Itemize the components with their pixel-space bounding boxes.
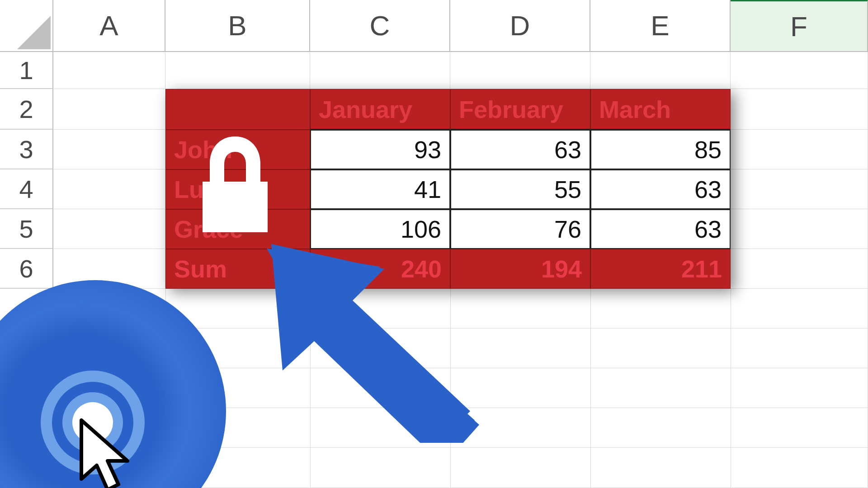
locked-cell-B6-sum-label[interactable]: Sum xyxy=(165,249,310,289)
gridline xyxy=(731,289,731,488)
select-all-corner[interactable] xyxy=(0,0,53,52)
row-header-1[interactable]: 1 xyxy=(0,52,53,89)
locked-cell-E6-sum[interactable]: 211 xyxy=(590,249,731,289)
cell-C1[interactable] xyxy=(310,52,450,89)
gridline xyxy=(450,289,451,488)
cell-C4[interactable]: 41 xyxy=(310,169,450,209)
spreadsheet-grid: A B C D E F 1 2 3 4 5 6 January February… xyxy=(0,0,868,488)
cell-C3[interactable]: 93 xyxy=(310,130,450,169)
cell-A5[interactable] xyxy=(53,209,165,249)
cell-A4[interactable] xyxy=(53,169,165,209)
cell-row7[interactable] xyxy=(53,289,868,328)
cell-D4[interactable]: 55 xyxy=(450,169,590,209)
cell-F2[interactable] xyxy=(731,89,868,130)
locked-cell-D2-february[interactable]: February xyxy=(450,89,590,130)
row-header-5[interactable]: 5 xyxy=(0,209,53,249)
cell-F1[interactable] xyxy=(731,52,868,89)
col-header-F[interactable]: F xyxy=(731,0,868,52)
cell-F6[interactable] xyxy=(731,249,868,289)
cell-row8[interactable] xyxy=(53,328,868,368)
row-header-2[interactable]: 2 xyxy=(0,89,53,130)
cell-E1[interactable] xyxy=(590,52,731,89)
cell-D1[interactable] xyxy=(450,52,590,89)
cell-E3[interactable]: 85 xyxy=(590,130,731,169)
locked-cell-D6-sum[interactable]: 194 xyxy=(450,249,590,289)
locked-cell-C6-sum[interactable]: 240 xyxy=(310,249,450,289)
col-header-C[interactable]: C xyxy=(310,0,450,52)
col-header-E[interactable]: E xyxy=(590,0,731,52)
gridline xyxy=(165,289,166,488)
gridline xyxy=(590,289,591,488)
locked-cell-B5-grace[interactable]: Grace xyxy=(165,209,310,249)
cell-F4[interactable] xyxy=(731,169,868,209)
locked-cell-E2-march[interactable]: March xyxy=(590,89,731,130)
locked-cell-B4-lucy[interactable]: Lucy xyxy=(165,169,310,209)
locked-cell-B2[interactable] xyxy=(165,89,310,130)
cell-A2[interactable] xyxy=(53,89,165,130)
col-header-D[interactable]: D xyxy=(450,0,590,52)
cell-E4[interactable]: 63 xyxy=(590,169,731,209)
cell-A6[interactable] xyxy=(53,249,165,289)
cell-E5[interactable]: 63 xyxy=(590,209,731,249)
cell-row11[interactable] xyxy=(53,448,868,488)
gridline xyxy=(310,289,311,488)
cell-row10[interactable] xyxy=(53,408,868,448)
row-header-6[interactable]: 6 xyxy=(0,249,53,289)
locked-cell-C2-january[interactable]: January xyxy=(310,89,450,130)
cell-F5[interactable] xyxy=(731,209,868,249)
cell-A3[interactable] xyxy=(53,130,165,169)
cell-B1[interactable] xyxy=(165,52,310,89)
row-header-3[interactable]: 3 xyxy=(0,130,53,169)
cell-D3[interactable]: 63 xyxy=(450,130,590,169)
cell-F3[interactable] xyxy=(731,130,868,169)
cell-A1[interactable] xyxy=(53,52,165,89)
cell-D5[interactable]: 76 xyxy=(450,209,590,249)
cell-row9[interactable] xyxy=(53,368,868,408)
row-header-4[interactable]: 4 xyxy=(0,169,53,209)
cell-C5[interactable]: 106 xyxy=(310,209,450,249)
locked-cell-B3-john[interactable]: John xyxy=(165,130,310,169)
col-header-A[interactable]: A xyxy=(53,0,165,52)
select-all-triangle-icon xyxy=(17,16,51,49)
col-header-B[interactable]: B xyxy=(165,0,310,52)
